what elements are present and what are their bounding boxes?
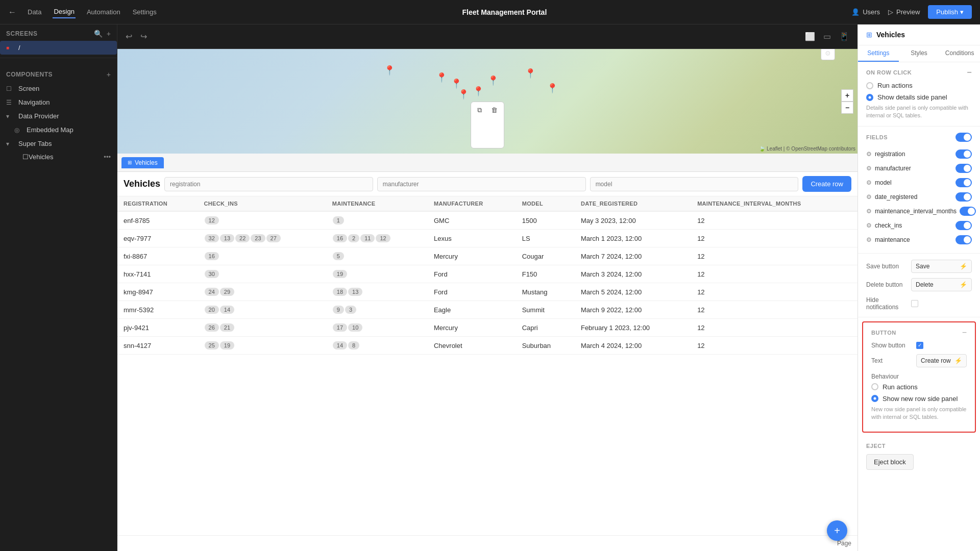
- cell-maintenance-interval: 12: [691, 283, 857, 301]
- canvas-area: ↩ ↪ ⬜ ▭ 📱 📍 📍 📍 📍 📍 📍 📍: [117, 24, 857, 551]
- field-toggle[interactable]: [955, 221, 972, 230]
- users-button[interactable]: 👤 Users: [851, 8, 880, 16]
- add-component-icon[interactable]: +: [107, 70, 111, 79]
- zoom-in-button[interactable]: +: [841, 89, 853, 102]
- vehicles-tab[interactable]: ⊞ Vehicles: [121, 157, 164, 168]
- desktop-view-button[interactable]: ⬜: [803, 30, 817, 43]
- field-gear-icon[interactable]: ⚙: [866, 151, 872, 158]
- table-row[interactable]: kmg-8947 2429 1813 Ford Mustang March 5 …: [117, 283, 857, 301]
- sidebar-item-vehicles[interactable]: ☐ Vehicles •••: [0, 151, 117, 163]
- field-gear-icon[interactable]: ⚙: [866, 165, 872, 172]
- text-value: Create row: [921, 357, 951, 364]
- undo-button[interactable]: ↩: [124, 30, 134, 43]
- sidebar-item-navigation[interactable]: ☰ Navigation: [0, 95, 117, 109]
- field-toggle[interactable]: [955, 235, 972, 244]
- field-name-label: manufacturer: [875, 165, 952, 172]
- map-duplicate-button[interactable]: ⧉: [473, 104, 486, 146]
- cell-model: Mustang: [516, 283, 575, 301]
- text-row: Text Create row ⚡: [871, 354, 967, 367]
- sidebar-item-embedded-map[interactable]: ◎ Embedded Map: [0, 123, 117, 137]
- tablet-view-button[interactable]: ▭: [821, 30, 833, 43]
- save-button-input[interactable]: Save ⚡: [911, 260, 972, 273]
- show-new-row-option[interactable]: Show new row side panel: [871, 395, 967, 403]
- field-toggle[interactable]: [955, 164, 972, 173]
- main-area: Screens 🔍 + ■ / Components + ☐ Screen ☰ …: [0, 24, 980, 551]
- eject-block-button[interactable]: Eject block: [866, 454, 914, 470]
- delete-button-row: Delete button Delete ⚡: [866, 278, 972, 291]
- check-in-badge: 27: [266, 234, 281, 242]
- table-footer: Page: [117, 535, 857, 551]
- nav-tab-settings[interactable]: Settings: [132, 6, 158, 18]
- back-button[interactable]: ←: [8, 8, 16, 17]
- map-delete-button[interactable]: 🗑: [487, 104, 502, 146]
- navigation-icon: ☰: [6, 99, 14, 106]
- show-button-checkbox[interactable]: [916, 342, 923, 349]
- sidebar-item-vehicles-label: Vehicles: [29, 153, 53, 161]
- sidebar-item-data-provider[interactable]: ▾ Data Provider: [0, 109, 117, 123]
- run-actions-option[interactable]: Run actions: [866, 82, 972, 89]
- mobile-view-button[interactable]: 📱: [837, 30, 851, 43]
- tab-styles[interactable]: Styles: [899, 45, 940, 62]
- create-row-button[interactable]: Create row: [802, 176, 851, 192]
- table-row[interactable]: enf-8785 12 1 GMC 1500 May 3 2023, 12:00…: [117, 211, 857, 230]
- add-screen-icon[interactable]: +: [107, 30, 111, 38]
- show-details-option[interactable]: Show details side panel: [866, 93, 972, 101]
- components-header: Components +: [0, 65, 117, 82]
- publish-button[interactable]: Publish ▾: [928, 5, 972, 19]
- col-registration: REGISTRATION: [117, 196, 198, 211]
- nav-tab-automation[interactable]: Automation: [86, 6, 121, 18]
- preview-button[interactable]: ▷ Preview: [888, 8, 920, 16]
- hide-notifications-checkbox[interactable]: [911, 300, 918, 307]
- sidebar-item-super-tabs-label: Super Tabs: [18, 140, 52, 147]
- table-row[interactable]: hxx-7141 30 19 Ford F150 March 3 2024, 1…: [117, 265, 857, 283]
- field-gear-icon[interactable]: ⚙: [866, 208, 872, 215]
- collapse-button-section-icon[interactable]: −: [962, 329, 967, 337]
- search-icon[interactable]: 🔍: [94, 30, 103, 38]
- field-toggle[interactable]: [960, 207, 976, 216]
- cell-date-registered: March 5 2024, 12:00: [575, 283, 691, 301]
- run-actions-behaviour-radio[interactable]: [871, 383, 878, 390]
- tab-settings[interactable]: Settings: [858, 45, 899, 62]
- field-gear-icon[interactable]: ⚙: [866, 236, 872, 243]
- tab-conditions[interactable]: Conditions: [939, 45, 980, 62]
- map-settings-button[interactable]: ⚙: [821, 49, 835, 60]
- field-gear-icon[interactable]: ⚙: [866, 193, 872, 201]
- delete-button-input[interactable]: Delete ⚡: [911, 278, 972, 291]
- field-toggle[interactable]: [955, 178, 972, 187]
- nav-left: ← Data Design Automation Settings: [8, 6, 158, 18]
- table-row[interactable]: eqv-7977 3213222327 1621112 Lexus LS Mar…: [117, 230, 857, 247]
- sidebar-item-screen[interactable]: ☐ Screen: [0, 82, 117, 95]
- run-actions-behaviour-option[interactable]: Run actions: [871, 383, 967, 391]
- screen-color-icon: ■: [6, 45, 14, 51]
- nav-tab-data[interactable]: Data: [27, 6, 42, 18]
- col-maintenance: MAINTENANCE: [326, 196, 428, 211]
- table-row[interactable]: mmr-5392 2014 93 Eagle Summit March 9 20…: [117, 301, 857, 319]
- screen-root-item[interactable]: ■ /: [0, 41, 117, 55]
- run-actions-radio[interactable]: [866, 82, 873, 89]
- zoom-out-button[interactable]: −: [841, 102, 853, 114]
- redo-button[interactable]: ↪: [138, 30, 149, 43]
- cell-check-ins: 2519: [198, 337, 326, 355]
- table-row[interactable]: snn-4127 2519 148 Chevrolet Suburban Mar…: [117, 337, 857, 355]
- field-gear-icon[interactable]: ⚙: [866, 179, 872, 186]
- field-toggle[interactable]: [955, 149, 972, 159]
- field-gear-icon[interactable]: ⚙: [866, 222, 872, 229]
- text-input[interactable]: Create row ⚡: [916, 354, 967, 367]
- sidebar-item-super-tabs[interactable]: ▾ Super Tabs: [0, 137, 117, 151]
- field-toggle[interactable]: [955, 192, 972, 202]
- fields-master-toggle[interactable]: [955, 133, 972, 142]
- search-manufacturer-input[interactable]: [377, 177, 586, 191]
- show-new-row-radio[interactable]: [871, 395, 878, 402]
- cell-maintenance: 1710: [326, 319, 428, 337]
- search-registration-input[interactable]: [164, 177, 373, 191]
- table-row[interactable]: fxi-8867 16 5 Mercury Cougar March 7 202…: [117, 247, 857, 265]
- table-row[interactable]: pjv-9421 2621 1710 Mercury Capri Februar…: [117, 319, 857, 337]
- fab-button[interactable]: +: [827, 520, 847, 541]
- collapse-on-row-click-icon[interactable]: −: [967, 68, 972, 77]
- maintenance-badge: 17: [333, 323, 347, 332]
- nav-tab-design[interactable]: Design: [53, 6, 75, 18]
- show-details-radio[interactable]: [866, 94, 873, 101]
- data-provider-icon: ▾: [6, 113, 14, 120]
- search-model-input[interactable]: [590, 177, 799, 191]
- vehicles-options-icon[interactable]: •••: [104, 153, 111, 161]
